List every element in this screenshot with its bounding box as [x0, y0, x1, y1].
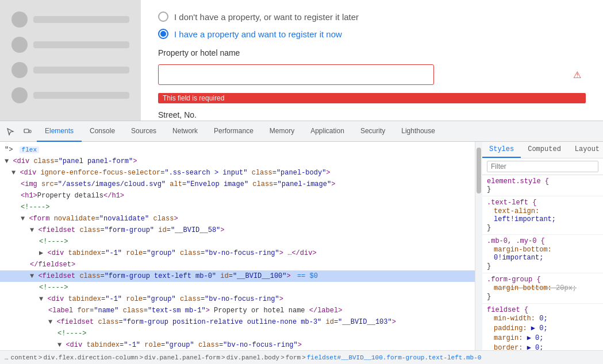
- bc-form[interactable]: form: [286, 354, 301, 361]
- styles-filter: [482, 158, 603, 175]
- devtools-toolbar: Elements Console Sources Network Perform…: [0, 121, 603, 142]
- html-line: ▶ <div tabindex="-1" role="group" class=…: [0, 247, 475, 259]
- css-block-fieldset: fieldset { min-width: 0; padding: ▶ 0; m…: [482, 304, 603, 350]
- responsive-icon-button[interactable]: [20, 123, 36, 140]
- radio-label-1: I don't have a property, or want to regi…: [174, 12, 359, 22]
- html-line-selected[interactable]: ▼ <fieldset class="form-group text-left …: [0, 270, 475, 282]
- error-icon: ⚠: [573, 69, 581, 80]
- sidebar-bar-3: [33, 67, 129, 73]
- html-line: <!---->: [0, 328, 475, 339]
- html-line: ▼ <fieldset class="form-group position-r…: [0, 316, 475, 328]
- sidebar-bar-4: [33, 92, 129, 99]
- breadcrumb-dots[interactable]: …: [5, 354, 9, 361]
- field-input-wrapper: ⚠: [158, 64, 586, 85]
- css-block-text-left: .text-left { text-align: left!important;…: [482, 196, 603, 235]
- html-line: "> flex: [0, 144, 475, 156]
- tab-security[interactable]: Security: [352, 121, 393, 142]
- property-name-input[interactable]: [158, 64, 434, 85]
- dom-selected-marker: == $0: [297, 272, 318, 280]
- tab-elements[interactable]: Elements: [37, 121, 82, 142]
- radio-label-2: I have a property and want to register i…: [174, 29, 342, 39]
- html-panel-scrollbar[interactable]: [475, 142, 482, 350]
- page-content: I don't have a property, or want to regi…: [0, 0, 603, 121]
- bc-panel-body[interactable]: div.panel.body: [226, 354, 279, 361]
- html-line: <img src="/assets/images/cloud.svg" alt=…: [0, 179, 475, 190]
- tab-lighthouse[interactable]: Lighthouse: [393, 121, 443, 142]
- svg-rect-1: [29, 130, 31, 133]
- sidebar-bar-2: [33, 41, 129, 48]
- bc-flex-col[interactable]: div.flex.direction-column: [43, 354, 138, 361]
- radio-option-1[interactable]: I don't have a property, or want to regi…: [158, 11, 586, 22]
- css-block-form-group: .form-group { margin-bottom: 20px; }: [482, 273, 603, 304]
- styles-filter-input[interactable]: [487, 161, 598, 172]
- html-line: <h1>Property details</h1>: [0, 190, 475, 202]
- styles-panel: Styles Computed Layout Ev element.style …: [482, 142, 603, 350]
- sidebar-row-3: [11, 62, 129, 78]
- field-label: Property or hotel name: [158, 48, 586, 57]
- tab-sources[interactable]: Sources: [123, 121, 164, 142]
- error-message: This field is required: [158, 93, 586, 103]
- tab-console[interactable]: Console: [82, 121, 123, 142]
- tab-styles[interactable]: Styles: [482, 142, 521, 158]
- html-line: ▼ <fieldset class="form-group" id="__BVI…: [0, 224, 475, 236]
- sidebar-row-1: [11, 11, 129, 28]
- form-panel: I don't have a property, or want to regi…: [141, 0, 603, 121]
- html-line: <!---->: [0, 236, 475, 247]
- html-line: <!---->: [0, 202, 475, 213]
- devtools-tabs: Elements Console Sources Network Perform…: [37, 121, 601, 142]
- cursor-icon-button[interactable]: [2, 123, 18, 140]
- styles-tabs: Styles Computed Layout Ev: [482, 142, 603, 158]
- sidebar-circle-2: [11, 37, 28, 53]
- html-line: ▼ <div tabindex="-1" role="group" class=…: [0, 339, 475, 350]
- css-block-mb0: .mb-0, .my-0 { margin-bottom: 0!importan…: [482, 235, 603, 273]
- bc-panel-form[interactable]: div.panel.panel-form: [144, 354, 220, 361]
- tab-application[interactable]: Application: [302, 121, 352, 142]
- tab-memory[interactable]: Memory: [262, 121, 302, 142]
- sidebar-bar-1: [33, 16, 129, 23]
- html-line: ▼ <div tabindex="-1" role="group" class=…: [0, 293, 475, 305]
- html-line: <!---->: [0, 282, 475, 293]
- sidebar-row-2: [11, 37, 129, 53]
- radio-circle-1[interactable]: [158, 11, 168, 22]
- radio-option-2[interactable]: I have a property and want to register i…: [158, 29, 586, 39]
- bc-fieldset[interactable]: fieldset#__BVID__100.form-group.text-lef…: [307, 354, 482, 361]
- flex-badge: flex: [20, 146, 39, 153]
- svg-rect-0: [24, 129, 29, 133]
- left-sidebar: [0, 0, 141, 121]
- bc-content[interactable]: content: [11, 354, 37, 361]
- html-line: <label for="name" class="text-sm mb-1"> …: [0, 305, 475, 316]
- tab-network[interactable]: Network: [164, 121, 206, 142]
- sidebar-row-4: [11, 87, 129, 103]
- tab-performance[interactable]: Performance: [206, 121, 262, 142]
- radio-circle-2[interactable]: [158, 29, 168, 39]
- html-panel[interactable]: "> flex ▼ <div class="panel panel-form">…: [0, 142, 475, 350]
- html-line: ▼ <form novalidate="novalidate" class>: [0, 213, 475, 224]
- devtools-body: "> flex ▼ <div class="panel panel-form">…: [0, 142, 603, 350]
- sidebar-circle-4: [11, 87, 28, 103]
- tab-layout[interactable]: Layout: [568, 142, 603, 158]
- street-label: Street, No.: [158, 110, 586, 119]
- html-line: ▼ <div ignore-enforce-focus-selector=".s…: [0, 167, 475, 179]
- tab-computed[interactable]: Computed: [521, 142, 568, 158]
- devtools-breadcrumb: … content > div.flex.direction-column > …: [0, 350, 603, 364]
- scrollbar-thumb: [477, 148, 481, 193]
- sidebar-circle-1: [11, 11, 28, 28]
- sidebar-circle-3: [11, 62, 28, 78]
- devtools-panel: Elements Console Sources Network Perform…: [0, 121, 603, 364]
- html-line: ▼ <div class="panel panel-form">: [0, 156, 475, 167]
- css-block-element: element.style { }: [482, 175, 603, 196]
- html-line: </fieldset>: [0, 259, 475, 270]
